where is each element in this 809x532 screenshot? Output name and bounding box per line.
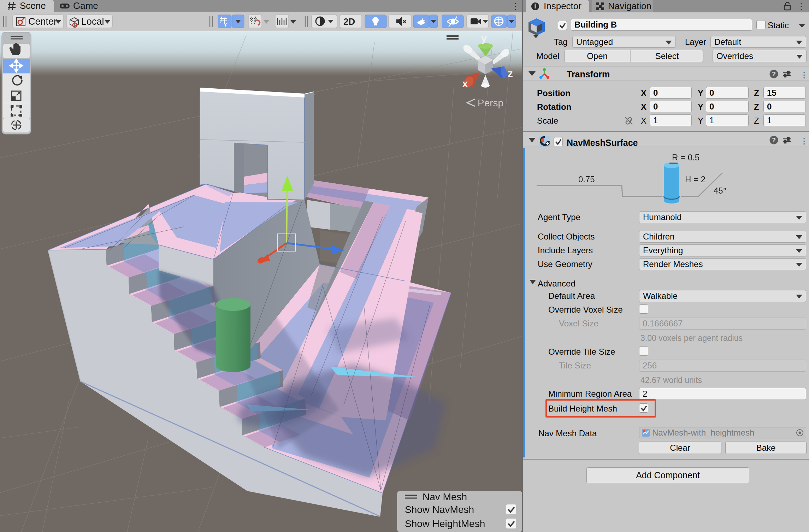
svg-text:Local: Local [81,16,104,27]
svg-text:Persp: Persp [478,97,503,108]
svg-text:x: x [462,78,468,89]
svg-text:y: y [481,32,487,44]
svg-text:45°: 45° [714,186,726,195]
svg-text:Show NavMesh: Show NavMesh [405,504,474,515]
svg-text:Show HeightMesh: Show HeightMesh [405,518,485,529]
svg-text:?: ? [772,137,776,144]
svg-text:Y: Y [224,22,227,28]
svg-text:R = 0.5: R = 0.5 [672,153,699,162]
svg-text:z: z [508,67,513,79]
svg-text:Nav Mesh: Nav Mesh [423,491,467,502]
svg-text:0.75: 0.75 [578,175,595,184]
svg-text:2D: 2D [343,16,355,27]
svg-text:?: ? [772,71,776,78]
svg-text:H = 2: H = 2 [685,175,705,184]
svg-text:Center: Center [28,16,57,27]
